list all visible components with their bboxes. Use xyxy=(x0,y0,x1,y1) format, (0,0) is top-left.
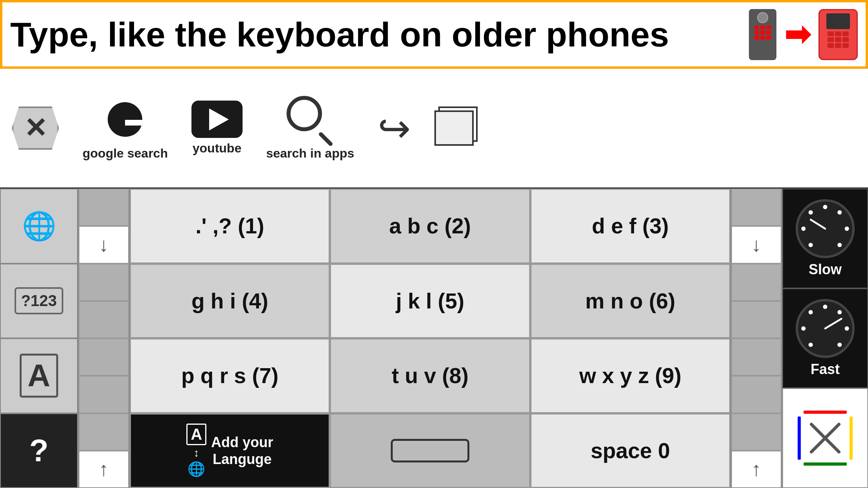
no-symbol-svg xyxy=(807,420,843,456)
search-icon xyxy=(287,96,334,143)
cross-icon xyxy=(805,418,845,458)
delete-x-icon: ✕ xyxy=(24,112,47,144)
key-1[interactable]: .' ,? (1) xyxy=(130,189,330,264)
google-label: google search xyxy=(83,146,168,161)
svg-point-14 xyxy=(809,310,813,314)
key-8-label: t u v (8) xyxy=(392,363,469,388)
menu-page-2 xyxy=(434,110,474,146)
left-arrow-column: ↓ ↑ xyxy=(79,189,130,488)
remote-btn xyxy=(760,26,765,29)
right-arrow-empty-top xyxy=(731,189,782,226)
phone-keypad xyxy=(828,31,849,48)
arrow-empty-mid xyxy=(79,264,129,301)
slow-dial xyxy=(796,199,855,258)
help-icon: ? xyxy=(15,427,63,474)
right-arrow-empty-mid3 xyxy=(731,338,782,376)
right-arrow-up-button[interactable]: ↑ xyxy=(731,451,782,488)
arrow-right-icon: ➡ xyxy=(784,16,811,53)
key-5[interactable]: j k l (5) xyxy=(330,264,530,339)
fast-dial-svg xyxy=(798,299,852,358)
svg-point-3 xyxy=(837,243,842,247)
num-mode-label: ?123 xyxy=(15,287,63,314)
svg-point-0 xyxy=(823,205,827,209)
svg-point-11 xyxy=(837,343,842,347)
add-language-button[interactable]: A ↕ 🌐 Add yourLanguge xyxy=(130,413,330,488)
key-8[interactable]: t u v (8) xyxy=(330,338,530,413)
menu-button[interactable] xyxy=(434,106,478,150)
phone-key xyxy=(835,43,841,48)
search-apps-button[interactable]: search in apps xyxy=(266,96,354,161)
arrow-empty-top xyxy=(79,189,129,226)
remote-btn xyxy=(754,36,759,40)
delete-button[interactable]: ✕ xyxy=(12,106,59,150)
svg-point-8 xyxy=(823,305,827,309)
svg-line-7 xyxy=(811,220,825,229)
key-7[interactable]: p q r s (7) xyxy=(130,338,330,413)
fast-dial xyxy=(796,299,855,358)
right-arrow-empty-mid5 xyxy=(731,413,782,451)
svg-point-12 xyxy=(809,343,813,347)
space-0-label: space 0 xyxy=(590,438,670,463)
shortcuts-bar: ✕ google search youtube search in apps ↪ xyxy=(0,69,868,189)
key-3[interactable]: d e f (3) xyxy=(530,189,730,264)
colorful-icon-button[interactable] xyxy=(782,388,868,488)
space-0-key[interactable]: space 0 xyxy=(530,413,730,488)
blue-bar xyxy=(798,416,801,460)
num-mode-button[interactable]: ?123 xyxy=(0,264,78,339)
arrow-up-button-left[interactable]: ↑ xyxy=(79,451,129,488)
svg-point-13 xyxy=(801,326,805,330)
remote-btn xyxy=(766,31,771,35)
key-3-label: d e f (3) xyxy=(592,213,669,238)
slow-dial-button[interactable]: Slow xyxy=(782,189,868,288)
remote-icon xyxy=(749,9,776,60)
menu-icon xyxy=(434,106,478,150)
remote-btn xyxy=(754,31,759,35)
key-5-label: j k l (5) xyxy=(396,288,464,314)
search-apps-label: search in apps xyxy=(266,146,354,161)
space-visual xyxy=(391,439,469,462)
phone-key xyxy=(828,37,834,42)
svg-point-4 xyxy=(809,243,813,247)
key-9[interactable]: w x y z (9) xyxy=(530,338,730,413)
right-arrow-empty-mid4 xyxy=(731,376,782,413)
key-6[interactable]: m n o (6) xyxy=(530,264,730,339)
space-key[interactable] xyxy=(330,413,530,488)
green-bar xyxy=(804,462,847,466)
fast-dial-button[interactable]: Fast xyxy=(782,288,868,388)
share-button[interactable]: ↪ xyxy=(378,105,411,151)
right-arrow-column: ↓ ↑ xyxy=(730,189,782,488)
svg-line-15 xyxy=(825,319,841,328)
remote-btn xyxy=(760,31,765,35)
google-search-button[interactable]: google search xyxy=(83,96,168,161)
header-banner: Type, like the keyboard on older phones … xyxy=(0,0,868,69)
phone-screen xyxy=(826,13,850,29)
help-button[interactable]: ? xyxy=(0,413,78,488)
key-4-label: g h i (4) xyxy=(191,288,268,314)
phone-key xyxy=(842,31,849,36)
red-bar xyxy=(804,411,847,414)
search-circle xyxy=(287,96,322,131)
right-arrow-down-button[interactable]: ↓ xyxy=(731,226,782,263)
youtube-button[interactable]: youtube xyxy=(191,101,243,156)
youtube-label: youtube xyxy=(193,141,241,156)
key-4[interactable]: g h i (4) xyxy=(130,264,330,339)
arrow-down-button[interactable]: ↓ xyxy=(79,226,129,263)
right-arrow-empty-mid2 xyxy=(731,301,782,338)
search-handle xyxy=(318,131,333,147)
remote-btn xyxy=(766,26,771,29)
right-arrow-empty-mid xyxy=(731,264,782,301)
key-9-label: w x y z (9) xyxy=(579,363,681,388)
add-lang-text: Add yourLanguge xyxy=(211,434,273,468)
globe-button[interactable]: 🌐 xyxy=(0,189,78,264)
add-lang-icons: A ↕ 🌐 xyxy=(186,424,206,477)
colorful-square xyxy=(798,411,853,466)
phone-icon xyxy=(818,9,858,60)
caps-button[interactable]: A xyxy=(0,338,78,413)
far-right-column: Slow Fast xyxy=(782,189,868,488)
arrow-empty-mid4 xyxy=(79,376,129,413)
remote-btn xyxy=(760,36,765,40)
arrow-empty-mid5 xyxy=(79,413,129,451)
keyboard-area: 🌐 ?123 A ? ↓ ↑ .' ,? (1) a b c (2) xyxy=(0,189,868,488)
delete-hex-icon: ✕ xyxy=(12,106,59,150)
key-2[interactable]: a b c (2) xyxy=(330,189,530,264)
